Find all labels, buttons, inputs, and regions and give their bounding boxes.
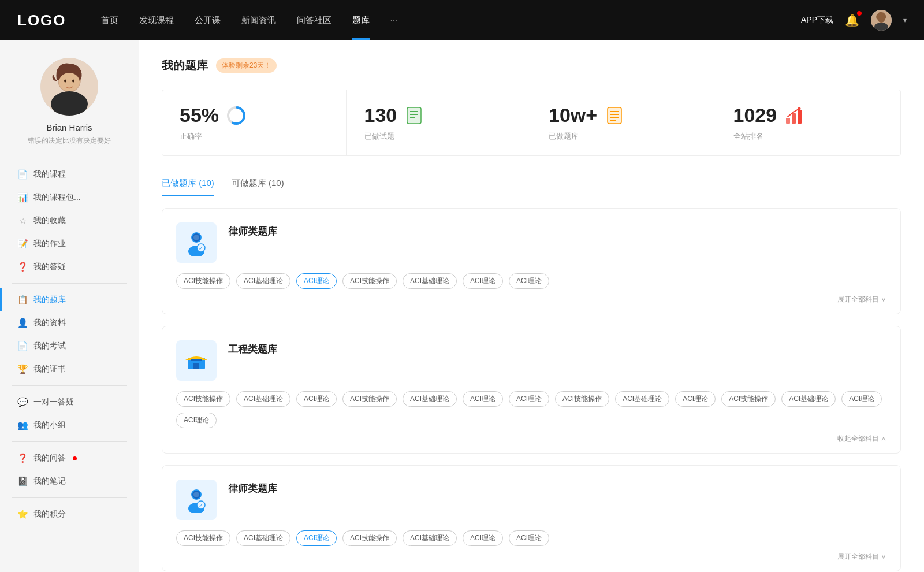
profile-avatar[interactable]: [40, 58, 98, 116]
user-avatar[interactable]: [871, 10, 892, 31]
tag-1-2[interactable]: ACI理论: [296, 391, 337, 407]
qbank-footer-2: 展开全部科目 ∨: [176, 552, 886, 562]
notification-bell[interactable]: 🔔: [845, 13, 859, 27]
svg-point-39: [193, 492, 199, 497]
tag-2-0[interactable]: ACI技能操作: [176, 530, 230, 546]
tag-2-3[interactable]: ACI技能操作: [342, 530, 397, 546]
sidebar-label-7: 我的考试: [33, 341, 66, 351]
nav-item-题库[interactable]: 题库: [352, 15, 370, 26]
tab-0[interactable]: 已做题库 (10): [162, 173, 214, 196]
sidebar-item-0[interactable]: 📄我的课程: [0, 163, 139, 186]
qbank-header-2: ✓ ✓ 律师类题库: [176, 480, 886, 520]
qbank-card-2: ✓ ✓ 律师类题库ACI技能操作ACI基础理论ACI理论ACI技能操作ACI基础…: [162, 465, 901, 571]
tag-0-0[interactable]: ACI技能操作: [176, 273, 230, 289]
user-menu-chevron[interactable]: ▾: [903, 16, 907, 24]
tag-2-5[interactable]: ACI理论: [463, 530, 503, 546]
page-wrapper: Brian Harris 错误的决定比没有决定要好 📄我的课程📊我的课程包...…: [0, 40, 924, 572]
sidebar-item-1[interactable]: 📊我的课程包...: [0, 186, 139, 209]
tag-0-1[interactable]: ACI基础理论: [236, 273, 290, 289]
sidebar-item-4[interactable]: ❓我的答疑: [0, 255, 139, 278]
tag-1-6[interactable]: ACI理论: [509, 391, 549, 407]
nav-item-首页[interactable]: 首页: [101, 15, 118, 26]
sidebar-label-5: 我的题库: [33, 295, 66, 305]
tag-2-4[interactable]: ACI基础理论: [403, 530, 457, 546]
tag-1-10[interactable]: ACI技能操作: [721, 391, 776, 407]
tag-1-11[interactable]: ACI基础理论: [781, 391, 836, 407]
tabs-row: 已做题库 (10)可做题库 (10): [162, 173, 901, 196]
tag-1-12[interactable]: ACI理论: [841, 391, 882, 407]
tag-1-8[interactable]: ACI基础理论: [615, 391, 669, 407]
sidebar-item-6[interactable]: 👤我的资料: [0, 311, 139, 335]
sidebar-label-0: 我的课程: [33, 169, 66, 180]
expand-btn-1[interactable]: 收起全部科目 ∧: [837, 434, 886, 444]
qbank-footer-0: 展开全部科目 ∨: [176, 295, 886, 304]
tag-0-6[interactable]: ACI理论: [509, 273, 549, 289]
main-content: 我的题库 体验剩余23天！ 55% 正确率: [139, 40, 924, 572]
sidebar-icon-10: 👥: [17, 420, 28, 430]
sidebar-item-13[interactable]: ⭐我的积分: [0, 503, 139, 526]
stat-accuracy-value: 55%: [180, 104, 219, 127]
qbank-title-2: 律师类题库: [228, 480, 277, 495]
tag-1-1[interactable]: ACI基础理论: [236, 391, 290, 407]
nav-item-···[interactable]: ···: [390, 15, 398, 26]
nav-item-公开课[interactable]: 公开课: [195, 15, 221, 26]
logo[interactable]: LOGO: [17, 12, 66, 29]
svg-rect-34: [193, 363, 199, 369]
tag-0-5[interactable]: ACI理论: [463, 273, 503, 289]
sidebar-label-6: 我的资料: [33, 318, 66, 328]
tag-1-5[interactable]: ACI理论: [463, 391, 503, 407]
qbank-icon-2: ✓ ✓: [176, 480, 217, 520]
sidebar: Brian Harris 错误的决定比没有决定要好 📄我的课程📊我的课程包...…: [0, 40, 139, 572]
stat-done-q-value: 130: [364, 104, 397, 127]
ranking-icon: [784, 105, 804, 126]
nav-item-新闻资讯[interactable]: 新闻资讯: [241, 15, 276, 26]
sidebar-menu-list: 📄我的课程📊我的课程包...☆我的收藏📝我的作业❓我的答疑📋我的题库👤我的资料📄…: [0, 163, 139, 526]
tag-1-7[interactable]: ACI技能操作: [555, 391, 609, 407]
sidebar-label-3: 我的作业: [33, 239, 66, 249]
qbank-footer-1: 收起全部科目 ∧: [176, 434, 886, 444]
nav-right: APP下载 🔔 ▾: [801, 10, 907, 31]
app-download-button[interactable]: APP下载: [801, 15, 833, 25]
sidebar-divider: [12, 441, 127, 442]
sidebar-item-11[interactable]: ❓我的问答: [0, 447, 139, 470]
sidebar-label-2: 我的收藏: [33, 216, 66, 226]
sidebar-icon-5: 📋: [17, 295, 28, 305]
tag-2-6[interactable]: ACI理论: [509, 530, 549, 546]
tag-0-2[interactable]: ACI理论: [296, 273, 337, 289]
tag-2-1[interactable]: ACI基础理论: [236, 530, 290, 546]
qbank-tags-1: ACI技能操作ACI基础理论ACI理论ACI技能操作ACI基础理论ACI理论AC…: [176, 391, 886, 428]
tag-0-4[interactable]: ACI基础理论: [403, 273, 457, 289]
sidebar-item-10[interactable]: 👥我的小组: [0, 414, 139, 437]
sidebar-label-4: 我的答疑: [33, 262, 66, 272]
tag-0-3[interactable]: ACI技能操作: [342, 273, 397, 289]
accuracy-donut-icon: [226, 105, 247, 126]
tag-1-4[interactable]: ACI基础理论: [403, 391, 457, 407]
sidebar-icon-9: 💬: [17, 397, 28, 407]
nav-item-发现课程[interactable]: 发现课程: [139, 15, 174, 26]
svg-rect-35: [191, 359, 202, 361]
svg-point-8: [72, 80, 74, 83]
sidebar-item-9[interactable]: 💬一对一答疑: [0, 391, 139, 414]
sidebar-item-12[interactable]: 📓我的笔记: [0, 470, 139, 493]
sidebar-item-5[interactable]: 📋我的题库: [0, 288, 139, 311]
sidebar-divider: [12, 385, 127, 386]
expand-btn-0[interactable]: 展开全部科目 ∨: [837, 295, 886, 304]
tag-1-13[interactable]: ACI理论: [176, 413, 217, 428]
done-banks-icon: [604, 105, 625, 126]
sidebar-label-8: 我的证书: [33, 364, 66, 374]
tag-1-9[interactable]: ACI理论: [675, 391, 716, 407]
svg-point-5: [51, 91, 88, 116]
sidebar-item-7[interactable]: 📄我的考试: [0, 335, 139, 358]
tag-2-2[interactable]: ACI理论: [296, 530, 337, 546]
trial-badge: 体验剩余23天！: [216, 58, 277, 73]
sidebar-item-8[interactable]: 🏆我的证书: [0, 358, 139, 381]
sidebar-item-2[interactable]: ☆我的收藏: [0, 209, 139, 232]
nav-item-问答社区[interactable]: 问答社区: [297, 15, 331, 26]
expand-btn-2[interactable]: 展开全部科目 ∨: [837, 552, 886, 562]
sidebar-item-3[interactable]: 📝我的作业: [0, 232, 139, 255]
tag-1-3[interactable]: ACI技能操作: [342, 391, 397, 407]
qbank-header-0: ✓ ✓ 律师类题库: [176, 222, 886, 263]
tab-1[interactable]: 可做题库 (10): [232, 173, 284, 196]
svg-rect-24: [798, 110, 802, 124]
tag-1-0[interactable]: ACI技能操作: [176, 391, 230, 407]
